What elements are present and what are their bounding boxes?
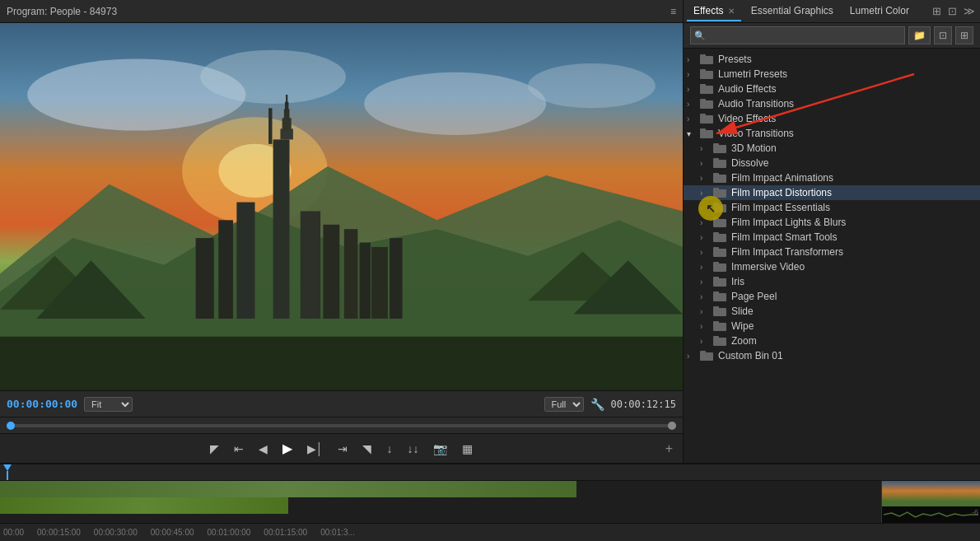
scrubber-end-thumb[interactable] bbox=[668, 422, 676, 430]
effects-search-input[interactable] bbox=[690, 26, 905, 44]
tree-item-3d-motion[interactable]: ›3D Motion bbox=[684, 141, 980, 156]
label-film-impact-essentials: Film Impact Essentials bbox=[731, 202, 830, 213]
tree-item-film-impact-lights-blurs[interactable]: ›Film Impact Lights & Blurs bbox=[684, 215, 980, 230]
tree-item-custom-bin-01[interactable]: ›Custom Bin 01 bbox=[684, 348, 980, 363]
chevron-film-impact-lights-blurs[interactable]: › bbox=[700, 218, 713, 227]
tree-item-slide[interactable]: ›Slide bbox=[684, 304, 980, 319]
go-out-button[interactable]: ⇥ bbox=[334, 441, 351, 457]
chevron-presets[interactable]: › bbox=[687, 55, 700, 64]
waveform-label: -6 bbox=[972, 508, 978, 516]
folder-icon-presets bbox=[700, 54, 715, 65]
svg-point-5 bbox=[364, 72, 546, 135]
add-button[interactable]: + bbox=[662, 440, 676, 458]
svg-rect-45 bbox=[713, 158, 719, 161]
folder-icon-page-peel bbox=[713, 291, 728, 302]
panel-menu-icon[interactable]: ≡ bbox=[670, 6, 676, 17]
chevron-immersive-video[interactable]: › bbox=[700, 263, 713, 272]
go-in-button[interactable]: ⇤ bbox=[231, 441, 247, 457]
tree-item-lumetri-presets[interactable]: ›Lumetri Presets bbox=[684, 67, 980, 82]
tree-item-film-impact-distortions[interactable]: ›Film Impact Distortions bbox=[684, 185, 980, 200]
new-folder-button[interactable]: 📁 bbox=[908, 26, 931, 44]
scrubber-thumb[interactable] bbox=[7, 422, 15, 430]
chevron-zoom[interactable]: › bbox=[700, 337, 713, 346]
play-button[interactable]: ▶ bbox=[279, 439, 296, 458]
step-back-button[interactable]: ◀ bbox=[255, 441, 271, 457]
chevron-video-effects[interactable]: › bbox=[687, 114, 700, 124]
timeline-bottom-bar: 00:00 00:00:15:00 00:00:30:00 00:00:45:0… bbox=[0, 523, 980, 541]
step-forward-button[interactable]: ▶│ bbox=[304, 441, 327, 457]
insert-button[interactable]: ↓ bbox=[383, 441, 395, 457]
label-video-transitions: Video Transitions bbox=[718, 128, 794, 139]
tree-item-audio-transitions[interactable]: ›Audio Transitions bbox=[684, 96, 980, 111]
multi-camera-button[interactable]: ▦ bbox=[459, 441, 476, 457]
chevron-audio-effects[interactable]: › bbox=[687, 85, 700, 94]
chevron-page-peel[interactable]: › bbox=[700, 292, 713, 301]
chevron-3d-motion[interactable]: › bbox=[700, 144, 713, 153]
tab-essential-graphics[interactable]: Essential Graphics bbox=[744, 2, 840, 21]
tree-item-video-effects[interactable]: ›Video Effects bbox=[684, 111, 980, 126]
chevron-lumetri-presets[interactable]: › bbox=[687, 70, 700, 79]
tree-item-page-peel[interactable]: ›Page Peel bbox=[684, 289, 980, 304]
new-bin-icon[interactable]: ⊞ bbox=[931, 3, 943, 19]
scrubber-track[interactable] bbox=[7, 424, 676, 427]
label-slide: Slide bbox=[731, 305, 754, 317]
time-marker-3: 00:00:45:00 bbox=[151, 528, 194, 537]
tree-item-audio-effects[interactable]: ›Audio Effects bbox=[684, 82, 980, 96]
label-audio-transitions: Audio Transitions bbox=[718, 98, 794, 110]
chevron-wipe[interactable]: › bbox=[700, 322, 713, 331]
tree-item-film-impact-animations[interactable]: ›Film Impact Animations bbox=[684, 170, 980, 185]
quality-select[interactable]: Full 1/2 1/4 bbox=[544, 397, 584, 412]
svg-rect-12 bbox=[282, 118, 292, 130]
chevron-film-impact-smart-tools[interactable]: › bbox=[700, 233, 713, 242]
svg-rect-69 bbox=[713, 336, 719, 339]
timeline-ruler[interactable] bbox=[0, 464, 980, 481]
scrubber-area[interactable] bbox=[0, 417, 683, 433]
fit-select[interactable]: Fit 25% 50% 75% 100% bbox=[84, 397, 133, 412]
folder-icon-video-transitions bbox=[700, 128, 715, 139]
tree-item-zoom[interactable]: ›Zoom bbox=[684, 333, 980, 348]
export-frame-button[interactable]: 📷 bbox=[430, 441, 450, 457]
chevron-film-impact-distortions[interactable]: › bbox=[700, 189, 713, 198]
find-button[interactable]: ⊡ bbox=[934, 26, 952, 44]
mini-preview-area: -6 bbox=[881, 481, 980, 523]
tree-item-video-transitions[interactable]: ▾Video Transitions bbox=[684, 126, 980, 141]
program-title: Program: People - 84973 bbox=[7, 6, 117, 17]
chevron-slide[interactable]: › bbox=[700, 307, 713, 316]
grid-button[interactable]: ⊞ bbox=[955, 26, 973, 44]
svg-rect-10 bbox=[268, 108, 272, 144]
svg-rect-16 bbox=[236, 203, 254, 319]
label-film-impact-animations: Film Impact Animations bbox=[731, 172, 833, 184]
tab-lumetri-color[interactable]: Lumetri Color bbox=[843, 2, 916, 21]
find-effects-icon[interactable]: ⊡ bbox=[946, 3, 959, 19]
tree-item-immersive-video[interactable]: ›Immersive Video bbox=[684, 259, 980, 274]
chevron-iris[interactable]: › bbox=[700, 277, 713, 287]
panel-menu-icon2[interactable]: ≫ bbox=[962, 3, 977, 19]
tree-item-film-impact-smart-tools[interactable]: ›Film Impact Smart Tools bbox=[684, 230, 980, 245]
tree-item-presets[interactable]: ›Presets bbox=[684, 52, 980, 67]
timecode-end: 00:00:12:15 bbox=[611, 399, 676, 410]
svg-rect-61 bbox=[713, 277, 719, 280]
tree-item-dissolve[interactable]: ›Dissolve bbox=[684, 156, 980, 170]
overwrite-button[interactable]: ↓↓ bbox=[404, 441, 422, 457]
chevron-film-impact-essentials[interactable]: › bbox=[700, 203, 713, 212]
svg-rect-24 bbox=[390, 238, 402, 319]
mark-out-button[interactable]: ◥ bbox=[359, 441, 375, 457]
chevron-video-transitions[interactable]: ▾ bbox=[687, 129, 700, 138]
tree-item-wipe[interactable]: ›Wipe bbox=[684, 319, 980, 333]
chevron-film-impact-transformers[interactable]: › bbox=[700, 248, 713, 257]
wrench-icon[interactable]: 🔧 bbox=[590, 398, 604, 411]
tree-item-film-impact-essentials[interactable]: ›Film Impact Essentials bbox=[684, 200, 980, 215]
chevron-dissolve[interactable]: › bbox=[700, 159, 713, 168]
mark-in-button[interactable]: ◤ bbox=[207, 441, 222, 457]
chevron-custom-bin-01[interactable]: › bbox=[687, 352, 700, 361]
tree-item-film-impact-transformers[interactable]: ›Film Impact Transformers bbox=[684, 245, 980, 259]
tree-item-iris[interactable]: ›Iris bbox=[684, 274, 980, 289]
svg-point-6 bbox=[528, 63, 656, 108]
chevron-audio-transitions[interactable]: › bbox=[687, 100, 700, 109]
tab-effects[interactable]: Effects ✕ bbox=[687, 2, 741, 21]
svg-rect-51 bbox=[713, 203, 719, 206]
svg-rect-43 bbox=[713, 143, 719, 147]
tab-effects-close[interactable]: ✕ bbox=[728, 7, 735, 16]
folder-icon-3d-motion bbox=[713, 142, 728, 154]
chevron-film-impact-animations[interactable]: › bbox=[700, 174, 713, 183]
